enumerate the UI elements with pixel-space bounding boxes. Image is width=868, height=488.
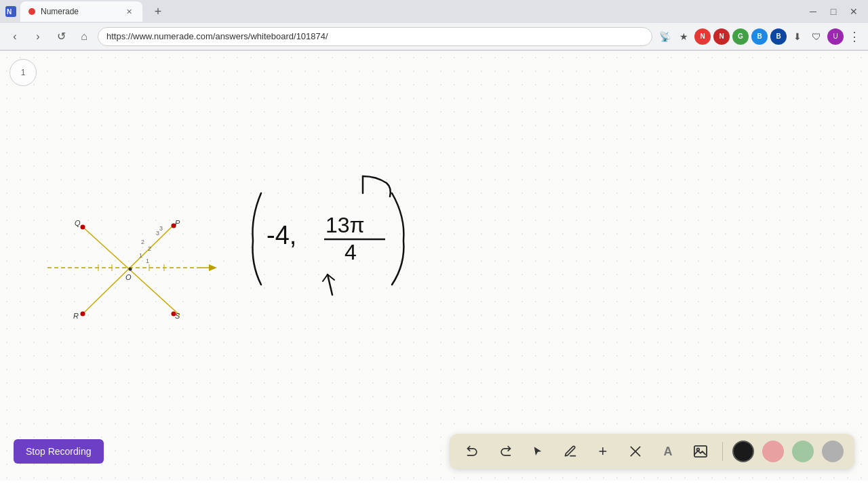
color-pink[interactable] <box>762 441 784 462</box>
svg-text:-4,: -4, <box>267 221 296 249</box>
ext-green[interactable]: G <box>732 28 749 45</box>
ext-red2[interactable]: N <box>713 28 730 45</box>
toolbar-separator <box>722 442 723 461</box>
color-gray[interactable] <box>822 441 844 462</box>
svg-rect-37 <box>694 446 707 457</box>
drawing-toolbar: + A <box>450 434 854 469</box>
svg-text:1: 1 <box>146 258 149 264</box>
svg-point-7 <box>81 225 85 230</box>
address-input[interactable] <box>98 27 652 46</box>
home-button[interactable]: ⌂ <box>75 27 94 46</box>
svg-text:13π: 13π <box>326 213 365 237</box>
svg-text:N: N <box>7 8 12 16</box>
menu-button[interactable]: ⋮ <box>846 28 863 45</box>
stop-recording-button[interactable]: Stop Recording <box>14 439 104 464</box>
forward-button[interactable]: › <box>28 27 47 46</box>
svg-text:P: P <box>175 219 180 227</box>
recording-dot <box>28 8 35 15</box>
active-tab[interactable]: Numerade ✕ <box>20 1 142 22</box>
svg-point-15 <box>129 268 132 271</box>
maximize-button[interactable]: □ <box>825 3 842 20</box>
svg-text:Q: Q <box>75 219 81 227</box>
whiteboard-canvas[interactable]: 1 Q P R S O <box>0 51 868 481</box>
numerade-favicon: N <box>5 6 16 17</box>
svg-text:2: 2 <box>148 245 151 252</box>
svg-text:2: 2 <box>141 239 144 245</box>
svg-text:S: S <box>175 312 180 320</box>
pen-tool-button[interactable] <box>558 439 583 464</box>
close-button[interactable]: ✕ <box>845 3 863 20</box>
undo-button[interactable] <box>460 439 485 464</box>
svg-text:O: O <box>125 273 132 281</box>
svg-text:R: R <box>73 312 79 320</box>
ext-blue2[interactable]: B <box>770 28 787 45</box>
select-tool-button[interactable] <box>526 439 550 464</box>
add-shape-button[interactable]: + <box>591 439 615 464</box>
refresh-button[interactable]: ↺ <box>52 27 71 46</box>
ext-shield[interactable]: 🛡 <box>808 28 825 45</box>
page-number: 1 <box>21 68 26 77</box>
minimize-button[interactable]: ─ <box>804 3 822 20</box>
text-tool-button[interactable]: A <box>656 439 680 464</box>
svg-text:3: 3 <box>159 225 163 232</box>
ext-avatar[interactable]: U <box>827 28 844 45</box>
cast-icon[interactable]: 📡 <box>656 28 673 45</box>
redo-button[interactable] <box>493 439 517 464</box>
address-bar-row: ‹ › ↺ ⌂ 📡 ★ N N G B B ⬇ 🛡 U ⋮ <box>0 23 868 50</box>
page-indicator: 1 <box>9 59 37 86</box>
browser-extensions: 📡 ★ N N G B B ⬇ 🛡 U ⋮ <box>656 28 863 45</box>
back-button[interactable]: ‹ <box>5 27 24 46</box>
svg-line-6 <box>81 226 173 315</box>
new-tab-button[interactable]: + <box>149 3 167 20</box>
ext-download[interactable]: ⬇ <box>789 28 806 45</box>
bookmark-icon[interactable]: ★ <box>675 28 692 45</box>
tab-close-button[interactable]: ✕ <box>123 6 134 17</box>
eraser-tool-button[interactable] <box>623 439 648 464</box>
title-bar: N Numerade ✕ + ─ □ ✕ <box>0 0 868 23</box>
image-insert-button[interactable] <box>688 439 713 464</box>
drawing-svg: Q P R S O 3 3 2 2 1 1 -4, <box>0 51 868 481</box>
browser-chrome: N Numerade ✕ + ─ □ ✕ ‹ › ↺ ⌂ 📡 ★ N <box>0 0 868 51</box>
color-green[interactable] <box>792 441 814 462</box>
color-black[interactable] <box>732 441 754 462</box>
bottom-toolbar: Stop Recording <box>0 422 868 481</box>
ext-blue[interactable]: B <box>751 28 768 45</box>
svg-text:4: 4 <box>344 240 357 264</box>
svg-marker-4 <box>209 264 217 271</box>
svg-text:1: 1 <box>139 252 142 259</box>
svg-text:3: 3 <box>156 230 159 237</box>
window-controls: ─ □ ✕ <box>804 3 863 20</box>
svg-point-11 <box>81 312 85 317</box>
ext-red[interactable]: N <box>694 28 711 45</box>
svg-line-33 <box>323 274 328 281</box>
tab-title: Numerade <box>41 7 79 16</box>
